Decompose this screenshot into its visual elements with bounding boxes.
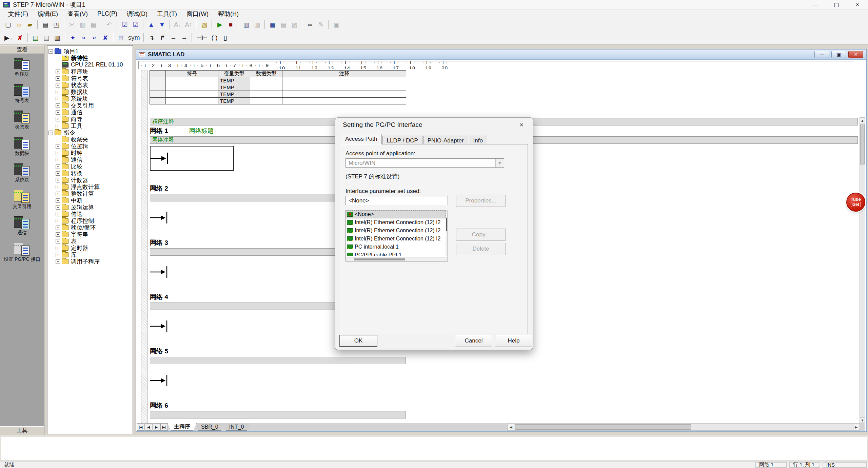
data-type-cell[interactable] [250, 97, 282, 104]
tube-get-overlay-button[interactable]: Tube Get [846, 193, 865, 212]
interface-item[interactable]: Intel(R) Ethernet Connection (12) I2 [346, 218, 446, 227]
print-button[interactable]: ▤ [40, 20, 51, 30]
list-hscroll-thumb[interactable] [354, 258, 405, 260]
tree-item[interactable]: +整数计算 [47, 190, 133, 197]
variable-row[interactable]: TEMP [150, 77, 406, 84]
plus-expander[interactable]: + [56, 158, 60, 162]
symbolic-addressing-button[interactable]: sym [127, 33, 141, 43]
tree-item[interactable]: +CPU 221 REL 01.10 [47, 61, 133, 68]
tree-item[interactable]: +收藏夹 [47, 136, 133, 143]
delete-button[interactable]: Delete [456, 243, 506, 255]
tree-item[interactable]: +表 [47, 238, 133, 245]
tree-item[interactable]: +位逻辑 [47, 143, 133, 150]
next-bookmark-button[interactable]: » [79, 33, 89, 43]
plus-expander[interactable]: + [56, 110, 60, 115]
sheet-tab-INT_0[interactable]: INT_0 [223, 423, 251, 431]
tree-item[interactable]: +逻辑运算 [47, 204, 133, 211]
tree-item[interactable]: +浮点数计算 [47, 183, 133, 190]
toggle-network-comments-button[interactable]: ▤ [41, 33, 52, 43]
minus-expander[interactable]: − [48, 131, 53, 135]
var-type-cell[interactable]: TEMP [218, 97, 250, 104]
previous-bookmark-button[interactable]: « [90, 33, 100, 43]
plus-expander[interactable]: + [56, 259, 60, 264]
tab-scroll-icon[interactable]: |◀ [137, 423, 144, 431]
tree-item[interactable]: +状态表 [47, 82, 133, 89]
network-number[interactable]: 网络 5 [150, 347, 168, 356]
lad-minimize-button[interactable]: — [814, 51, 829, 58]
plus-expander[interactable]: + [56, 151, 60, 155]
copy-button[interactable]: ▥ [78, 20, 88, 30]
scroll-down-icon[interactable]: ▼ [860, 417, 865, 423]
upload-button[interactable]: ▲ [146, 20, 156, 30]
compile-button[interactable]: ☑ [120, 20, 130, 30]
network-number[interactable]: 网络 4 [150, 293, 168, 301]
comment-cell[interactable] [282, 91, 406, 98]
dialog-tab-access-path[interactable]: Access Path [341, 134, 382, 144]
symbol-cell[interactable] [165, 91, 218, 98]
apply-symbols-button[interactable]: ⊞ [116, 33, 126, 43]
plus-expander[interactable]: + [56, 70, 60, 74]
list-horizontal-scrollbar[interactable] [346, 257, 448, 261]
help-button[interactable]: Help [495, 335, 532, 347]
data-type-cell[interactable] [250, 84, 282, 91]
plus-expander[interactable]: + [56, 83, 60, 87]
interface-item[interactable]: Intel(R) Ethernet Connection (12) I2 [346, 227, 446, 235]
plus-expander[interactable]: + [56, 205, 60, 210]
comment-cell[interactable] [282, 84, 406, 91]
minimize-button[interactable]: — [805, 0, 826, 9]
tree-item[interactable]: +向导 [47, 116, 133, 122]
tree-item[interactable]: +库 [47, 251, 133, 258]
plus-expander[interactable]: + [56, 171, 60, 176]
copy-button[interactable]: Copy... [456, 229, 506, 241]
network-comment-bar[interactable] [150, 411, 406, 418]
network-comment-bar[interactable] [150, 357, 406, 364]
new-button[interactable]: ▢ [3, 20, 13, 30]
download-button[interactable]: ▼ [157, 20, 167, 30]
menu-item[interactable]: 工具(T) [152, 9, 182, 18]
plus-expander[interactable]: + [56, 239, 60, 243]
symbol-cell[interactable] [165, 97, 218, 104]
paste-button[interactable]: ▦ [88, 20, 99, 30]
plus-expander[interactable]: + [56, 232, 60, 237]
access-point-combobox[interactable]: Micro/WIN ▼ [346, 158, 504, 168]
var-type-cell[interactable]: TEMP [218, 91, 250, 98]
symbol-cell[interactable] [165, 77, 218, 84]
tree-item[interactable]: +符号表 [47, 75, 133, 82]
view-status-button[interactable]: ∞ [305, 20, 315, 30]
scroll-right-icon[interactable]: ▶ [853, 424, 859, 430]
cancel-button[interactable]: Cancel [455, 335, 492, 347]
tools-bar-header[interactable]: 工具 [0, 426, 44, 435]
line-right-button[interactable]: → [179, 33, 189, 43]
sidebar-item[interactable]: 程序块 [0, 54, 44, 80]
tree-item[interactable]: −项目1 [47, 48, 133, 55]
horizontal-scroll-thumb[interactable] [515, 424, 691, 430]
network-number[interactable]: 网络 1 [150, 126, 168, 135]
plus-expander[interactable]: + [56, 164, 60, 169]
ok-button[interactable]: OK [339, 335, 377, 347]
print-preview-button[interactable]: ◳ [51, 20, 61, 30]
compile-all-button[interactable]: ☑ [131, 20, 141, 30]
tree-item[interactable]: +数据块 [47, 89, 133, 95]
interface-item[interactable]: PC/PPI cable.PPI.1 [346, 251, 446, 256]
plus-expander[interactable]: + [56, 192, 60, 196]
horizontal-scrollbar[interactable]: ◀ ▶ [507, 423, 860, 431]
sidebar-item[interactable]: 符号表 [0, 80, 44, 107]
vertical-scrollbar[interactable]: ▲ ▼ [860, 117, 865, 423]
sheet-tab-SBR_0[interactable]: SBR_0 [195, 423, 225, 431]
variable-row[interactable]: TEMP [150, 84, 406, 91]
toggle-grid-button[interactable]: ▦ [52, 33, 62, 43]
dialog-tab-pnio-adapter[interactable]: PNIO-Adapter [423, 136, 468, 144]
sidebar-item[interactable]: 数据块 [0, 133, 44, 160]
interface-parameter-field[interactable]: <None> [346, 196, 448, 205]
var-type-cell[interactable]: TEMP [218, 77, 250, 84]
network-number[interactable]: 网络 3 [150, 238, 168, 247]
plus-expander[interactable]: + [56, 226, 60, 230]
tree-item[interactable]: +通信 [47, 156, 133, 163]
pen-button[interactable]: ✎ [316, 20, 326, 30]
insert-network-button[interactable]: ▶₊ [3, 33, 14, 43]
plus-expander[interactable]: + [56, 124, 60, 128]
plus-expander[interactable]: + [56, 90, 60, 94]
network-number[interactable]: 网络 6 [150, 401, 168, 410]
pause-chart-button[interactable]: ▤ [278, 20, 289, 30]
tab-scroll-icon[interactable]: ◀ [145, 423, 152, 431]
